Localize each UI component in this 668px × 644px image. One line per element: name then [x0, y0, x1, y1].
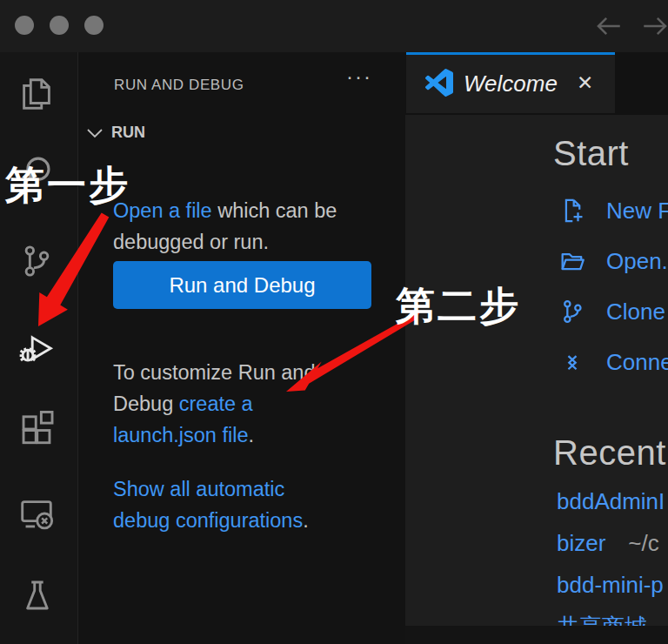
traffic-light-1[interactable]	[15, 16, 34, 35]
new-file-icon	[558, 196, 587, 225]
customize-hint-post: .	[248, 424, 254, 446]
recent-item-name[interactable]: bddAdminI	[557, 488, 665, 514]
remote-explorer-icon[interactable]	[17, 493, 57, 533]
tab-welcome[interactable]: Welcome ✕	[406, 52, 615, 113]
editor-tab-bar: Welcome ✕	[405, 52, 668, 115]
run-section-header[interactable]: RUN	[86, 124, 145, 142]
recent-heading: Recent	[553, 433, 666, 473]
chevron-down-icon	[86, 126, 104, 140]
recent-item-name[interactable]: bdd-mini-p	[557, 572, 664, 598]
run-and-debug-button[interactable]: Run and Debug	[113, 261, 371, 309]
show-all-configs-link[interactable]: Show all automatic debug configurations	[113, 478, 303, 532]
run-and-debug-panel: RUN AND DEBUG ··· RUN Open a file which …	[78, 52, 405, 644]
vscode-logo-icon	[425, 69, 453, 97]
start-item-label: New F	[606, 198, 668, 225]
start-item-label: Conne	[606, 349, 668, 376]
recent-item-name[interactable]: 共享商城	[557, 614, 647, 626]
run-section-label: RUN	[111, 124, 145, 142]
testing-icon[interactable]	[17, 575, 57, 615]
recent-item[interactable]: 共享商城	[557, 612, 647, 626]
start-item-label: Open.	[606, 248, 668, 275]
recent-item[interactable]: bdd-mini-p	[557, 572, 664, 599]
tab-welcome-label: Welcome	[464, 70, 558, 97]
nav-forward-icon[interactable]	[640, 11, 668, 41]
tab-close-icon[interactable]: ✕	[577, 71, 593, 95]
recent-item-path: ~/c	[628, 530, 658, 556]
explorer-icon[interactable]	[17, 74, 57, 114]
customize-hint: To customize Run and Debug create a laun…	[113, 357, 346, 451]
extensions-icon[interactable]	[17, 409, 57, 449]
start-item-new-file[interactable]: New F	[558, 196, 668, 225]
activity-bar	[0, 52, 78, 644]
nav-back-icon[interactable]	[594, 11, 624, 41]
traffic-light-3[interactable]	[84, 16, 104, 35]
welcome-page: Start New F Open. Clone	[405, 115, 668, 626]
show-all-hint-post: .	[303, 509, 309, 532]
open-file-hint: Open a file which can be debugged or run…	[113, 195, 346, 258]
start-item-label: Clone	[606, 299, 665, 325]
recent-item[interactable]: bddAdminI	[557, 488, 665, 515]
annotation-step1: 第一步	[5, 159, 130, 211]
titlebar	[0, 0, 668, 52]
recent-item[interactable]: bizer~/c	[557, 530, 659, 557]
open-folder-icon	[558, 246, 587, 276]
recent-item-name[interactable]: bizer	[557, 530, 605, 556]
start-item-connect[interactable]: Conne	[558, 347, 668, 377]
remote-connect-icon	[558, 347, 587, 377]
start-item-clone[interactable]: Clone	[558, 297, 665, 326]
panel-title: RUN AND DEBUG	[114, 77, 244, 94]
source-control-icon[interactable]	[17, 241, 57, 281]
panel-more-actions-icon[interactable]: ···	[346, 64, 372, 89]
annotation-step2: 第二步	[396, 280, 521, 332]
git-branch-icon	[558, 297, 587, 326]
run-and-debug-icon[interactable]	[17, 327, 57, 367]
show-all-hint: Show all automatic debug configurations.	[113, 473, 346, 536]
vscode-window: RUN AND DEBUG ··· RUN Open a file which …	[0, 0, 668, 644]
start-item-open[interactable]: Open.	[558, 246, 668, 276]
traffic-light-2[interactable]	[50, 16, 69, 35]
start-heading: Start	[553, 134, 629, 173]
